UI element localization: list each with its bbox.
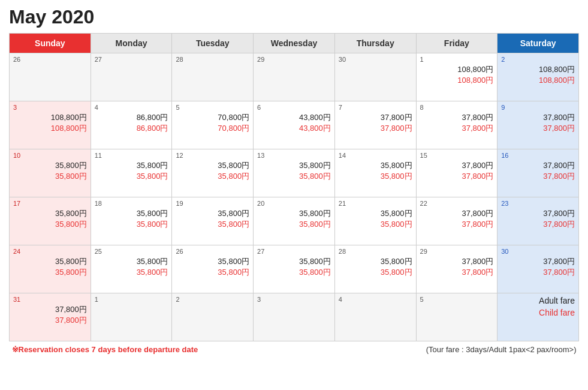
calendar-cell-5-5: 5 — [416, 293, 497, 341]
day-number: 14 — [339, 152, 412, 159]
day-number: 23 — [501, 200, 575, 207]
day-number: 29 — [420, 248, 494, 255]
child-fare: 37,800円 — [339, 123, 412, 134]
adult-fare: 86,800円 — [95, 112, 168, 123]
day-number: 27 — [95, 56, 168, 63]
calendar-cell-1-2: 570,800円70,800円 — [172, 101, 254, 149]
adult-fare: 108,800円 — [501, 64, 575, 75]
header-saturday: Saturday — [497, 34, 579, 53]
header-thursday: Thursday — [334, 34, 416, 53]
day-number: 26 — [13, 56, 87, 63]
adult-fare: 37,800円 — [420, 160, 494, 171]
calendar-cell-3-5: 2237,800円37,800円 — [416, 197, 497, 245]
calendar-cell-0-4: 30 — [334, 53, 416, 101]
adult-fare: 35,800円 — [95, 256, 168, 267]
day-number: 25 — [95, 248, 168, 255]
calendar-cell-3-0: 1735,800円35,800円 — [10, 197, 91, 245]
footer-tour-note: (Tour fare : 3days/Adult 1pax<2 pax/room… — [334, 341, 578, 358]
footer-row: ※Reservation closes 7 days before depart… — [10, 341, 579, 358]
header-sunday: Sunday — [10, 34, 91, 53]
adult-fare: 35,800円 — [257, 160, 331, 171]
calendar-cell-4-2: 2635,800円35,800円 — [172, 245, 254, 293]
calendar-cell-2-6: 1637,800円37,800円 — [497, 149, 579, 197]
calendar-week-0: 26272829301108,800円108,800円2108,800円108,… — [10, 53, 579, 101]
child-fare: 37,800円 — [501, 171, 575, 182]
day-number: 6 — [257, 104, 331, 111]
calendar-cell-5-3: 3 — [254, 293, 335, 341]
child-fare: 86,800円 — [95, 123, 168, 134]
child-fare: 35,800円 — [257, 267, 331, 278]
day-number: 28 — [176, 56, 249, 63]
legend-adult-label: Adult fare — [501, 296, 575, 305]
calendar-cell-1-4: 737,800円37,800円 — [334, 101, 416, 149]
calendar-cell-1-6: 937,800円37,800円 — [497, 101, 579, 149]
child-fare: 35,800円 — [339, 171, 412, 182]
day-number: 2 — [501, 56, 575, 63]
day-number: 10 — [13, 152, 87, 159]
child-fare: 43,800円 — [257, 123, 331, 134]
day-number: 31 — [13, 296, 87, 303]
child-fare: 37,800円 — [501, 267, 575, 278]
calendar-cell-3-3: 2035,800円35,800円 — [254, 197, 335, 245]
day-number: 8 — [420, 104, 494, 111]
adult-fare: 35,800円 — [176, 256, 249, 267]
day-number: 22 — [420, 200, 494, 207]
day-number: 12 — [176, 152, 249, 159]
calendar-cell-0-1: 27 — [91, 53, 172, 101]
calendar-cell-2-1: 1135,800円35,800円 — [91, 149, 172, 197]
calendar-cell-4-5: 2937,800円37,800円 — [416, 245, 497, 293]
adult-fare: 37,800円 — [420, 208, 494, 219]
child-fare: 108,800円 — [420, 75, 494, 86]
child-fare: 35,800円 — [257, 171, 331, 182]
child-fare: 37,800円 — [420, 219, 494, 230]
calendar-cell-5-1: 1 — [91, 293, 172, 341]
child-fare: 35,800円 — [95, 267, 168, 278]
calendar-cell-0-0: 26 — [10, 53, 91, 101]
day-number: 5 — [176, 104, 249, 111]
child-fare: 37,800円 — [501, 123, 575, 134]
header-wednesday: Wednesday — [254, 34, 335, 53]
adult-fare: 35,800円 — [339, 256, 412, 267]
adult-fare: 37,800円 — [420, 112, 494, 123]
child-fare: 35,800円 — [176, 219, 249, 230]
day-number: 30 — [501, 248, 575, 255]
calendar-cell-1-1: 486,800円86,800円 — [91, 101, 172, 149]
legend-child-label: Child fare — [501, 308, 575, 317]
calendar-cell-3-2: 1935,800円35,800円 — [172, 197, 254, 245]
calendar-cell-1-5: 837,800円37,800円 — [416, 101, 497, 149]
child-fare: 37,800円 — [501, 219, 575, 230]
day-number: 5 — [420, 296, 494, 303]
day-number: 24 — [13, 248, 87, 255]
adult-fare: 35,800円 — [176, 208, 249, 219]
calendar-cell-0-6: 2108,800円108,800円 — [497, 53, 579, 101]
day-number: 1 — [95, 296, 168, 303]
adult-fare: 37,800円 — [501, 208, 575, 219]
day-number: 9 — [501, 104, 575, 111]
header-tuesday: Tuesday — [172, 34, 254, 53]
header-friday: Friday — [416, 34, 497, 53]
calendar-cell-1-3: 643,800円43,800円 — [254, 101, 335, 149]
day-number: 3 — [257, 296, 331, 303]
calendar-cell-5-6: Adult fareChild fare — [497, 293, 579, 341]
adult-fare: 37,800円 — [339, 112, 412, 123]
adult-fare: 108,800円 — [420, 64, 494, 75]
child-fare: 35,800円 — [95, 171, 168, 182]
day-number: 2 — [176, 296, 249, 303]
calendar-header-row: Sunday Monday Tuesday Wednesday Thursday… — [10, 34, 579, 53]
adult-fare: 70,800円 — [176, 112, 249, 123]
day-number: 18 — [95, 200, 168, 207]
calendar-table: Sunday Monday Tuesday Wednesday Thursday… — [9, 33, 579, 358]
adult-fare: 37,800円 — [13, 304, 87, 315]
calendar-cell-0-3: 29 — [254, 53, 335, 101]
child-fare: 35,800円 — [95, 219, 168, 230]
calendar-cell-4-3: 2735,800円35,800円 — [254, 245, 335, 293]
calendar-cell-1-0: 3108,800円108,800円 — [10, 101, 91, 149]
adult-fare: 108,800円 — [13, 112, 87, 123]
calendar-cell-3-1: 1835,800円35,800円 — [91, 197, 172, 245]
calendar-cell-0-5: 1108,800円108,800円 — [416, 53, 497, 101]
calendar-week-2: 1035,800円35,800円1135,800円35,800円1235,800… — [10, 149, 579, 197]
day-number: 26 — [176, 248, 249, 255]
day-number: 30 — [339, 56, 412, 63]
adult-fare: 35,800円 — [13, 160, 87, 171]
adult-fare: 37,800円 — [501, 112, 575, 123]
